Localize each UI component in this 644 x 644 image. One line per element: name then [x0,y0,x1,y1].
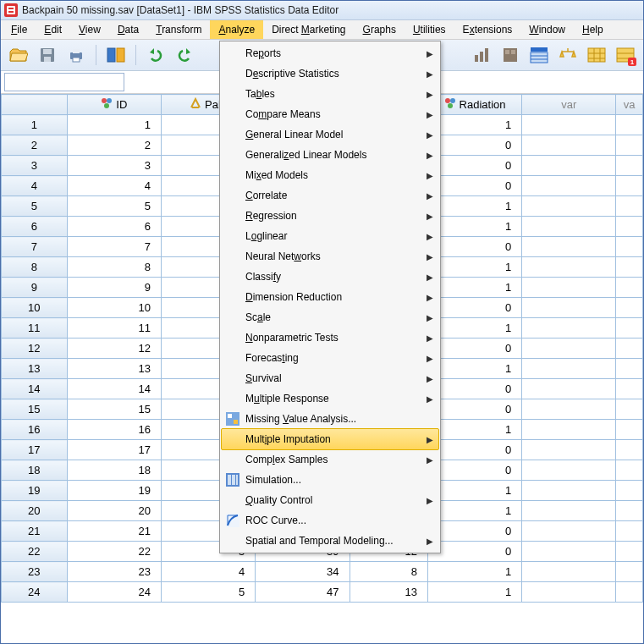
cell[interactable] [522,115,616,135]
cell[interactable]: 19 [67,481,161,501]
analyze-item-scale[interactable]: Scale▶ [222,307,438,328]
open-button[interactable] [6,42,31,68]
goto-cell-combo[interactable] [4,73,124,91]
cell[interactable] [616,318,643,339]
value-labels-button[interactable] [584,42,609,68]
analyze-item-neural-networks[interactable]: Neural Networks▶ [222,246,438,267]
cell[interactable]: 1 [427,562,521,582]
column-header-var[interactable]: var [522,95,616,115]
cell[interactable] [522,359,616,379]
variables-button[interactable] [526,42,552,68]
cell[interactable] [522,298,616,318]
cell[interactable]: 0 [427,542,521,562]
cell[interactable] [522,460,616,481]
cell[interactable] [522,156,616,176]
cell[interactable] [616,359,643,379]
cell[interactable] [522,420,616,440]
cell[interactable] [616,339,643,359]
cell[interactable]: 13 [67,359,161,379]
cell[interactable]: 20 [67,501,161,521]
cell[interactable] [522,379,616,399]
row-header[interactable]: 12 [2,339,68,359]
cell[interactable]: 24 [67,582,161,603]
menu-edit[interactable]: Edit [36,20,70,39]
analyze-item-descriptive-statistics[interactable]: Descriptive Statistics▶ [222,63,438,84]
analyze-item-mixed-models[interactable]: Mixed Models▶ [222,165,438,185]
cell[interactable]: 1 [427,501,521,521]
cell[interactable] [522,196,616,217]
cell[interactable]: 1 [427,278,521,298]
cell[interactable]: 9 [67,278,161,298]
cell[interactable]: 0 [427,521,521,542]
analyze-item-correlate[interactable]: Correlate▶ [222,185,438,206]
cell[interactable] [522,521,616,542]
cell[interactable] [616,176,643,196]
cell[interactable] [522,237,616,257]
cell[interactable] [616,460,643,481]
cell[interactable] [522,481,616,501]
cell[interactable] [616,542,643,562]
cell[interactable]: 8 [350,562,427,582]
cell[interactable]: 10 [67,298,161,318]
cell[interactable]: 0 [427,399,521,420]
analyze-item-roc-curve[interactable]: ROC Curve... [222,510,438,531]
analyze-item-regression[interactable]: Regression▶ [222,206,438,226]
cell[interactable] [616,135,643,156]
row-header[interactable]: 20 [2,501,68,521]
menu-view[interactable]: View [70,20,109,39]
menu-direct-marketing[interactable]: Direct Marketing [263,20,354,39]
cell[interactable] [616,298,643,318]
cell[interactable] [522,278,616,298]
cell[interactable]: 11 [67,318,161,339]
cell[interactable] [616,257,643,278]
cell[interactable] [616,399,643,420]
cell[interactable] [522,399,616,420]
cell[interactable]: 1 [67,115,161,135]
cell[interactable] [616,379,643,399]
row-header[interactable]: 6 [2,217,68,237]
cell[interactable] [616,115,643,135]
corner-cell[interactable] [2,95,68,115]
chart-button[interactable] [469,42,494,68]
analyze-item-quality-control[interactable]: Quality Control▶ [222,490,438,510]
analyze-item-complex-samples[interactable]: Complex Samples▶ [222,449,438,470]
row-header[interactable]: 18 [2,460,68,481]
print-button[interactable] [63,42,89,68]
cell[interactable]: 0 [427,460,521,481]
row-header[interactable]: 1 [2,115,68,135]
save-button[interactable] [35,42,60,68]
row-header[interactable]: 14 [2,379,68,399]
cell[interactable]: 18 [67,460,161,481]
analyze-item-simulation[interactable]: Simulation... [222,470,438,490]
cell[interactable]: 17 [67,440,161,460]
cell[interactable]: 0 [427,237,521,257]
weight-button[interactable] [555,42,581,68]
cell[interactable] [616,196,643,217]
analyze-item-loglinear[interactable]: Loglinear▶ [222,226,438,246]
cell[interactable]: 1 [427,582,521,603]
cell[interactable] [616,521,643,542]
cell[interactable] [616,237,643,257]
menu-utilities[interactable]: Utilities [405,20,454,39]
cell[interactable] [522,176,616,196]
cell[interactable]: 7 [67,237,161,257]
analyze-item-general-linear-model[interactable]: General Linear Model▶ [222,124,438,145]
cell[interactable] [522,501,616,521]
cell[interactable]: 15 [67,399,161,420]
cell[interactable]: 0 [427,440,521,460]
row-header[interactable]: 4 [2,176,68,196]
analyze-item-nonparametric-tests[interactable]: Nonparametric Tests▶ [222,328,438,348]
row-header[interactable]: 10 [2,298,68,318]
cell[interactable]: 1 [427,481,521,501]
cell[interactable]: 13 [350,582,427,603]
cell[interactable] [522,582,616,603]
cell[interactable] [616,481,643,501]
cell[interactable] [616,278,643,298]
row-header[interactable]: 24 [2,582,68,603]
use-sets-button[interactable]: 1 [613,42,638,68]
cell[interactable]: 12 [67,339,161,359]
analyze-item-dimension-reduction[interactable]: Dimension Reduction▶ [222,287,438,307]
cell[interactable]: 47 [256,582,350,603]
row-header[interactable]: 22 [2,542,68,562]
recall-dialog-button[interactable] [103,42,129,68]
